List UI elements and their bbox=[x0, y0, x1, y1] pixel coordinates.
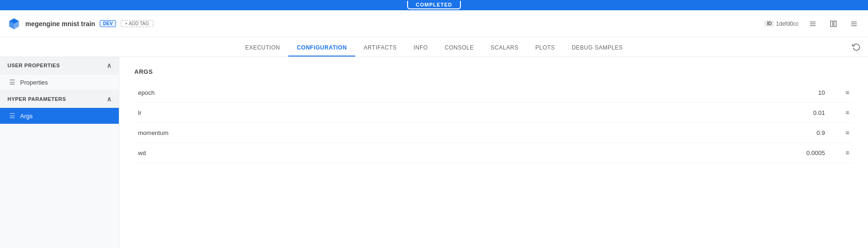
param-name-lr: lr bbox=[134, 103, 228, 123]
param-actions-momentum[interactable]: ≡ bbox=[834, 123, 853, 143]
user-properties-label: USER PROPERTIES bbox=[7, 63, 60, 68]
content-area: ARGS epoch 10 ≡ lr 0.01 ≡ bbox=[119, 57, 868, 248]
columns-icon bbox=[830, 20, 837, 28]
header-right: ID 1defd0cc bbox=[765, 17, 861, 30]
param-value-epoch: 10 bbox=[228, 83, 834, 103]
details-icon-button[interactable] bbox=[806, 17, 819, 30]
table-row: momentum 0.9 ≡ bbox=[134, 123, 853, 143]
args-icon: ☰ bbox=[9, 112, 15, 120]
header-left: megengine mnist train DEV + ADD TAG bbox=[7, 17, 765, 30]
tab-info[interactable]: INFO bbox=[405, 40, 437, 57]
dev-tag[interactable]: DEV bbox=[100, 20, 116, 27]
add-tag-button[interactable]: + ADD TAG bbox=[121, 20, 153, 27]
sidebar-item-args[interactable]: ☰ Args bbox=[0, 108, 119, 124]
param-value-momentum: 0.9 bbox=[228, 123, 834, 143]
row-menu-icon[interactable]: ≡ bbox=[846, 129, 849, 136]
tab-debug-samples[interactable]: DEBUG SAMPLES bbox=[563, 40, 631, 57]
list-icon bbox=[809, 20, 817, 28]
table-row: wd 0.0005 ≡ bbox=[134, 143, 853, 163]
main-layout: USER PROPERTIES ∧ ☰ Properties HYPER PAR… bbox=[0, 57, 868, 248]
table-row: lr 0.01 ≡ bbox=[134, 103, 853, 123]
id-value: 1defd0cc bbox=[776, 21, 799, 27]
sidebar-item-properties[interactable]: ☰ Properties bbox=[0, 74, 119, 91]
args-section-title: ARGS bbox=[134, 68, 853, 75]
tab-execution[interactable]: EXECUTION bbox=[237, 40, 289, 57]
status-bar: COMPLETED bbox=[0, 0, 868, 10]
chevron-up-icon: ∧ bbox=[107, 62, 112, 69]
param-name-epoch: epoch bbox=[134, 83, 228, 103]
header: megengine mnist train DEV + ADD TAG ID 1… bbox=[0, 10, 868, 37]
id-label: ID bbox=[765, 21, 774, 27]
svg-rect-4 bbox=[834, 21, 836, 27]
document-icon: ☰ bbox=[9, 78, 15, 86]
refresh-icon-button[interactable] bbox=[852, 43, 861, 53]
tab-console[interactable]: CONSOLE bbox=[436, 40, 482, 57]
param-actions-lr[interactable]: ≡ bbox=[834, 103, 853, 123]
param-actions-wd[interactable]: ≡ bbox=[834, 143, 853, 163]
sidebar-section-hyper-parameters[interactable]: HYPER PARAMETERS ∧ bbox=[0, 91, 119, 108]
param-actions-epoch[interactable]: ≡ bbox=[834, 83, 853, 103]
param-value-wd: 0.0005 bbox=[228, 143, 834, 163]
tab-scalars[interactable]: SCALARS bbox=[482, 40, 527, 57]
logo-icon bbox=[7, 17, 21, 30]
menu-icon-button[interactable] bbox=[847, 17, 861, 30]
app-title: megengine mnist train bbox=[25, 20, 95, 28]
args-table: epoch 10 ≡ lr 0.01 ≡ momentum 0.9 bbox=[134, 83, 853, 163]
properties-label: Properties bbox=[20, 79, 48, 86]
row-menu-icon[interactable]: ≡ bbox=[846, 89, 849, 96]
param-name-wd: wd bbox=[134, 143, 228, 163]
refresh-icon bbox=[852, 43, 861, 51]
hamburger-icon bbox=[850, 20, 858, 28]
row-menu-icon[interactable]: ≡ bbox=[846, 109, 849, 116]
param-value-lr: 0.01 bbox=[228, 103, 834, 123]
param-name-momentum: momentum bbox=[134, 123, 228, 143]
tab-navigation: EXECUTION CONFIGURATION ARTIFACTS INFO C… bbox=[0, 37, 868, 57]
table-row: epoch 10 ≡ bbox=[134, 83, 853, 103]
tab-artifacts[interactable]: ARTIFACTS bbox=[355, 40, 405, 57]
tab-configuration[interactable]: CONFIGURATION bbox=[288, 40, 355, 57]
tab-plots[interactable]: PLOTS bbox=[527, 40, 563, 57]
row-menu-icon[interactable]: ≡ bbox=[846, 149, 849, 156]
id-badge: ID 1defd0cc bbox=[765, 21, 799, 27]
status-badge: COMPLETED bbox=[407, 1, 460, 9]
svg-rect-3 bbox=[831, 21, 833, 27]
sidebar: USER PROPERTIES ∧ ☰ Properties HYPER PAR… bbox=[0, 57, 119, 248]
hyper-parameters-label: HYPER PARAMETERS bbox=[7, 96, 66, 102]
sidebar-section-user-properties[interactable]: USER PROPERTIES ∧ bbox=[0, 57, 119, 74]
chevron-up-icon-2: ∧ bbox=[107, 95, 112, 103]
compare-icon-button[interactable] bbox=[827, 17, 840, 30]
args-label: Args bbox=[20, 113, 33, 120]
